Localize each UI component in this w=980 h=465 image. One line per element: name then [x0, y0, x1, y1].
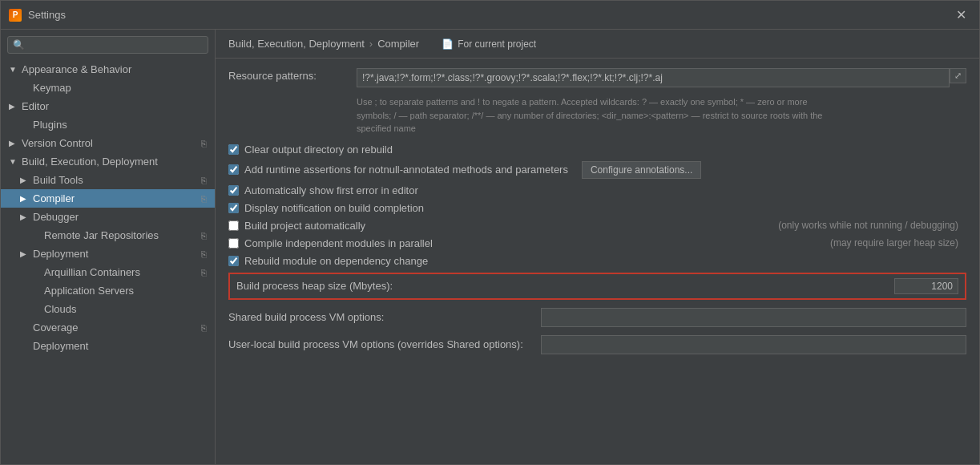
- sidebar-item-label: Build Tools: [33, 174, 83, 186]
- sidebar-item-label: Build, Execution, Deployment: [22, 156, 158, 168]
- sidebar-item-label: Deployment: [33, 340, 88, 352]
- sidebar-item-remote-jar[interactable]: Remote Jar Repositories ⎘: [1, 226, 215, 245]
- build-auto-label: Build project automatically: [244, 220, 365, 232]
- arrow-icon: ▶: [20, 194, 31, 203]
- arrow-icon: ▶: [20, 249, 31, 258]
- compile-parallel-label: Compile independent modules in parallel: [244, 237, 433, 249]
- copy-icon: ⎘: [201, 176, 207, 185]
- user-vm-input[interactable]: [541, 335, 966, 354]
- resource-patterns-input[interactable]: [357, 68, 950, 87]
- sidebar-item-label: Deployment: [33, 248, 88, 260]
- clear-output-label: Clear output directory on rebuild: [244, 144, 393, 156]
- title-bar: P Settings ✕: [1, 1, 979, 30]
- sidebar-item-clouds[interactable]: Clouds: [1, 300, 215, 318]
- clear-output-checkbox[interactable]: [228, 144, 239, 155]
- show-first-error-row: Automatically show first error in editor: [228, 184, 966, 196]
- for-project-button[interactable]: 📄 For current project: [442, 38, 536, 50]
- for-project-icon: 📄: [442, 38, 454, 50]
- build-auto-row: Build project automatically (only works …: [228, 220, 966, 232]
- breadcrumb: Build, Execution, Deployment › Compiler: [228, 38, 419, 50]
- compile-parallel-checkbox[interactable]: [228, 238, 239, 249]
- show-first-error-checkbox[interactable]: [228, 185, 239, 196]
- user-vm-label: User-local build process VM options (ove…: [228, 338, 541, 350]
- breadcrumb-parent: Build, Execution, Deployment: [228, 38, 365, 50]
- build-auto-note: (only works while not running / debuggin…: [778, 220, 966, 231]
- copy-icon: ⎘: [201, 268, 207, 277]
- arrow-icon: ▶: [20, 176, 31, 184]
- sidebar-item-app-servers[interactable]: Application Servers: [1, 281, 215, 300]
- sidebar-item-label: Clouds: [44, 303, 76, 315]
- build-auto-checkbox[interactable]: [228, 220, 239, 231]
- resource-patterns-row: Resource patterns: ⤢: [228, 68, 966, 87]
- shared-vm-input[interactable]: [541, 308, 966, 327]
- arrow-icon: ▼: [9, 65, 20, 74]
- panel-body: Resource patterns: ⤢ Use ; to separate p…: [216, 59, 979, 464]
- display-notification-row: Display notification on build completion: [228, 202, 966, 214]
- configure-annotations-button[interactable]: Configure annotations...: [582, 161, 701, 179]
- sidebar-item-label: Debugger: [33, 211, 79, 223]
- sidebar-item-plugins[interactable]: Plugins: [1, 115, 215, 134]
- resource-patterns-label: Resource patterns:: [228, 68, 357, 82]
- arrow-icon: ▶: [20, 212, 31, 221]
- settings-window: P Settings ✕ 🔍 ▼ Appearance & Behavior K…: [0, 0, 980, 465]
- sidebar-item-editor[interactable]: ▶ Editor: [1, 97, 215, 115]
- sidebar: 🔍 ▼ Appearance & Behavior Keymap ▶ Edito…: [1, 30, 216, 464]
- search-input[interactable]: [29, 39, 203, 51]
- copy-icon: ⎘: [201, 139, 207, 148]
- copy-icon: ⎘: [201, 249, 207, 259]
- arrow-icon: ▼: [9, 157, 20, 166]
- resource-patterns-hint: Use ; to separate patterns and ! to nega…: [357, 95, 966, 135]
- sidebar-item-label: Keymap: [33, 82, 71, 94]
- sidebar-item-label: Coverage: [33, 321, 78, 334]
- add-runtime-checkbox[interactable]: [228, 164, 239, 175]
- add-runtime-label: Add runtime assertions for notnull-annot…: [244, 164, 568, 176]
- search-box[interactable]: 🔍: [7, 36, 208, 54]
- close-button[interactable]: ✕: [951, 6, 971, 24]
- sidebar-item-build-execution[interactable]: ▼ Build, Execution, Deployment: [1, 152, 215, 171]
- breadcrumb-separator: ›: [369, 38, 373, 50]
- user-vm-row: User-local build process VM options (ove…: [228, 335, 966, 354]
- sidebar-item-label: Version Control: [22, 137, 93, 149]
- sidebar-item-compiler[interactable]: ▶ Compiler ⎘: [1, 189, 215, 208]
- app-icon: P: [9, 9, 22, 22]
- sidebar-item-label: Arquillian Containers: [44, 266, 140, 278]
- sidebar-item-label: Appearance & Behavior: [22, 63, 131, 75]
- sidebar-item-label: Application Servers: [44, 285, 134, 297]
- sidebar-item-deployment2[interactable]: Deployment: [1, 337, 215, 355]
- display-notification-label: Display notification on build completion: [244, 202, 424, 214]
- sidebar-item-label: Remote Jar Repositories: [44, 229, 159, 241]
- rebuild-module-row: Rebuild module on dependency change: [228, 255, 966, 267]
- compile-parallel-note: (may require larger heap size): [830, 237, 966, 249]
- shared-vm-label: Shared build process VM options:: [228, 311, 541, 323]
- rebuild-module-label: Rebuild module on dependency change: [244, 255, 428, 267]
- expand-button[interactable]: ⤢: [950, 68, 966, 83]
- sidebar-item-keymap[interactable]: Keymap: [1, 79, 215, 97]
- breadcrumb-current: Compiler: [377, 38, 419, 50]
- sidebar-item-build-tools[interactable]: ▶ Build Tools ⎘: [1, 171, 215, 189]
- main-content: 🔍 ▼ Appearance & Behavior Keymap ▶ Edito…: [1, 30, 979, 464]
- copy-icon: ⎘: [201, 194, 207, 204]
- copy-icon: ⎘: [201, 231, 207, 241]
- for-project-label: For current project: [458, 38, 536, 50]
- title-bar-left: P Settings: [9, 9, 66, 22]
- sidebar-item-arquillian[interactable]: Arquillian Containers ⎘: [1, 263, 215, 281]
- heap-size-row: Build process heap size (Mbytes):: [228, 273, 966, 300]
- compile-parallel-row: Compile independent modules in parallel …: [228, 237, 966, 249]
- copy-icon: ⎘: [201, 323, 207, 333]
- main-panel: Build, Execution, Deployment › Compiler …: [216, 30, 979, 464]
- add-runtime-row: Add runtime assertions for notnull-annot…: [228, 161, 966, 179]
- show-first-error-label: Automatically show first error in editor: [244, 184, 418, 196]
- sidebar-item-debugger[interactable]: ▶ Debugger: [1, 208, 215, 226]
- sidebar-item-deployment[interactable]: ▶ Deployment ⎘: [1, 245, 215, 263]
- panel-header: Build, Execution, Deployment › Compiler …: [216, 30, 979, 59]
- heap-size-label: Build process heap size (Mbytes):: [236, 280, 894, 292]
- sidebar-item-version-control[interactable]: ▶ Version Control ⎘: [1, 134, 215, 152]
- display-notification-checkbox[interactable]: [228, 203, 239, 213]
- window-title: Settings: [28, 9, 66, 21]
- heap-size-input[interactable]: [894, 278, 958, 294]
- rebuild-module-checkbox[interactable]: [228, 256, 239, 266]
- sidebar-item-coverage[interactable]: Coverage ⎘: [1, 318, 215, 337]
- sidebar-item-appearance[interactable]: ▼ Appearance & Behavior: [1, 60, 215, 79]
- search-icon: 🔍: [13, 39, 25, 51]
- clear-output-row: Clear output directory on rebuild: [228, 144, 966, 156]
